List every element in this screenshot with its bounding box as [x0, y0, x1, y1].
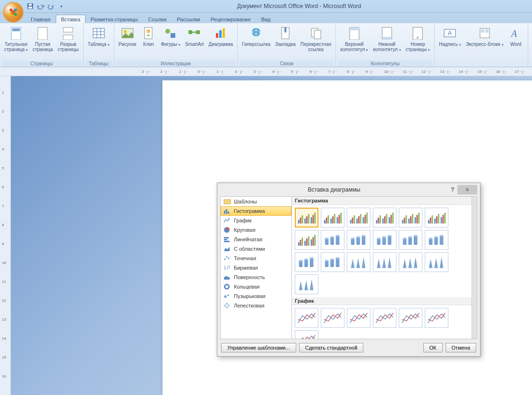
chart-thumb-Гистограмма-5[interactable]: [425, 208, 448, 228]
tab-Разметка страницы[interactable]: Разметка страницы: [86, 15, 143, 23]
chart-thumb-Гистограмма-8[interactable]: [347, 230, 370, 250]
chart-thumb-Гистограмма-13[interactable]: [321, 252, 344, 272]
close-button[interactable]: ×: [457, 185, 477, 194]
ribbon-btn-Гиперссылка[interactable]: Гиперссылка: [240, 24, 273, 48]
svg-rect-110: [430, 218, 431, 223]
set-default-button[interactable]: Сделать стандартной: [299, 343, 364, 352]
category-Точечная[interactable]: Точечная: [221, 254, 292, 263]
vertical-ruler[interactable]: 12345678910111213141516: [0, 76, 11, 395]
category-Биржевая[interactable]: Биржевая: [221, 263, 292, 272]
chart-thumb-Гистограмма-4[interactable]: [399, 208, 422, 228]
ribbon-btn-Верхний-колонтитул[interactable]: Верхнийколонтитул ▾: [338, 24, 370, 54]
chart-thumb-График-0[interactable]: [295, 308, 318, 328]
ribbon-btn-label: Экспресс-блоки ▾: [466, 42, 504, 47]
Фигуры-icon: [163, 26, 178, 41]
ribbon-btn-Клип[interactable]: Клип: [138, 24, 158, 48]
category-Лепестковая[interactable]: Лепестковая: [221, 301, 292, 310]
Клип-icon: [141, 26, 156, 41]
Лепестковая-icon: [223, 302, 231, 309]
chart-thumb-Гистограмма-7[interactable]: [321, 230, 344, 250]
ribbon-btn-Таблица[interactable]: Таблица ▾: [86, 24, 112, 49]
ribbon-btn-SmartArt[interactable]: SmartArt: [183, 24, 206, 48]
ribbon-btn-Нижний-колонтитул[interactable]: Нижнийколонтитул ▾: [370, 24, 403, 54]
svg-rect-124: [311, 239, 312, 246]
qat-customize[interactable]: ▾: [57, 1, 66, 11]
ribbon-btn-Надпись[interactable]: AНадпись ▾: [437, 24, 463, 49]
svg-rect-83: [352, 218, 353, 223]
chart-thumb-Гистограмма-1[interactable]: [321, 208, 344, 228]
ribbon-btn-Закладка[interactable]: Закладка: [273, 24, 298, 48]
svg-rect-98: [390, 215, 392, 223]
cancel-button[interactable]: Отмена: [446, 343, 476, 352]
tab-Ссылки[interactable]: Ссылки: [143, 15, 172, 23]
chart-thumb-График-4[interactable]: [399, 308, 422, 328]
chart-thumb-Гистограмма-11[interactable]: [425, 230, 448, 250]
ok-button[interactable]: ОК: [423, 343, 443, 352]
ribbon-btn-Фигуры[interactable]: Фигуры ▾: [158, 24, 182, 49]
chart-thumb-Гистограмма-16[interactable]: [399, 252, 422, 272]
tab-Главная[interactable]: Главная: [26, 15, 56, 23]
svg-rect-52: [224, 239, 227, 240]
Рисунок-icon: [120, 26, 135, 41]
category-Кольцевая[interactable]: Кольцевая: [221, 282, 292, 291]
ribbon-btn-Пустая-страница[interactable]: Пустаястраница: [30, 24, 55, 53]
chart-thumb-Гистограмма-18[interactable]: [295, 274, 318, 294]
ribbon-btn-Диаграмма[interactable]: Диаграмма: [206, 24, 235, 48]
Точечная-icon: [223, 255, 231, 262]
chart-thumb-Гистограмма-14[interactable]: [347, 252, 370, 272]
dialog-title: Вставка диаграммы: [220, 186, 448, 193]
manage-templates-button[interactable]: Управление шаблонами...: [221, 343, 296, 352]
ribbon-btn-Титульная-страница[interactable]: Титульнаястраница ▾: [2, 24, 30, 54]
ribbon-group-Иллюстрации: РисунокКлипФигуры ▾SmartArtДиаграммаИллю…: [114, 23, 238, 67]
chart-thumb-График-1[interactable]: [321, 308, 344, 328]
category-Круговая[interactable]: Круговая: [221, 225, 292, 235]
svg-rect-70: [311, 217, 312, 223]
chart-thumb-Гистограмма-6[interactable]: [295, 230, 318, 250]
chart-thumb-Гистограмма-17[interactable]: [425, 252, 448, 272]
chart-thumb-Гистограмма-0[interactable]: [295, 208, 318, 228]
Экспресс-блоки-icon: [477, 26, 492, 41]
tab-Вставка[interactable]: Вставка: [56, 15, 86, 23]
chart-thumb-График-3[interactable]: [373, 308, 396, 328]
svg-point-19: [124, 30, 127, 33]
chart-thumb-Гистограмма-3[interactable]: [373, 208, 396, 228]
category-Поверхность[interactable]: Поверхность: [221, 272, 292, 282]
ribbon-btn-Перекрестная-ссылка[interactable]: Перекрестнаяссылка: [298, 24, 334, 53]
svg-rect-33: [314, 30, 321, 39]
chart-thumb-Гистограмма-9[interactable]: [373, 230, 396, 250]
undo-button[interactable]: ▾: [36, 1, 45, 11]
chart-thumb-Гистограмма-15[interactable]: [373, 252, 396, 272]
tab-Вид[interactable]: Вид: [256, 15, 276, 23]
help-button[interactable]: ?: [448, 186, 457, 193]
chart-thumb-Гистограмма-10[interactable]: [399, 230, 422, 250]
horizontal-ruler[interactable]: 3 · | · 2 · | · 1 · | · 0 · | · 1 · | · …: [0, 67, 532, 76]
tab-Рассылки[interactable]: Рассылки: [172, 15, 205, 23]
svg-rect-9: [12, 28, 20, 31]
title-bar: ▾ ▾ Документ Microsoft Office Word - Mic…: [0, 0, 532, 13]
category-Линейчатая[interactable]: Линейчатая: [221, 235, 292, 244]
category-С областями[interactable]: С областями: [221, 244, 292, 254]
ribbon-btn-Экспресс-блоки[interactable]: Экспресс-блоки ▾: [463, 24, 506, 49]
category-Гистограмма[interactable]: Гистограмма: [221, 206, 292, 216]
chart-thumb-График-5[interactable]: [425, 308, 448, 328]
category-Пузырьковая[interactable]: Пузырьковая: [221, 291, 292, 301]
office-button[interactable]: [3, 2, 24, 23]
redo-button[interactable]: [46, 1, 56, 11]
svg-rect-96: [386, 214, 387, 223]
ribbon-btn-Рисунок[interactable]: Рисунок: [116, 24, 139, 48]
chart-thumb-График-6[interactable]: [295, 330, 318, 339]
gallery-scrollbar[interactable]: [472, 197, 477, 339]
save-button[interactable]: [26, 1, 35, 11]
Круговая-icon: [223, 227, 231, 233]
chart-thumb-Гистограмма-12[interactable]: [295, 252, 318, 272]
tab-Рецензирование[interactable]: Рецензирование: [206, 15, 256, 23]
svg-rect-90: [366, 212, 368, 223]
category-Шаблоны[interactable]: Шаблоны: [221, 197, 292, 206]
ribbon-btn-Разрыв-страницы[interactable]: Разрывстраницы: [55, 24, 81, 53]
ribbon-btn-Номер-страницы[interactable]: #Номерстраницы ▾: [403, 24, 433, 54]
svg-rect-97: [389, 217, 390, 223]
category-График[interactable]: График: [221, 216, 292, 225]
chart-thumb-График-2[interactable]: [347, 308, 370, 328]
ribbon-btn-Word[interactable]: AWord: [506, 24, 526, 48]
chart-thumb-Гистограмма-2[interactable]: [347, 208, 370, 228]
